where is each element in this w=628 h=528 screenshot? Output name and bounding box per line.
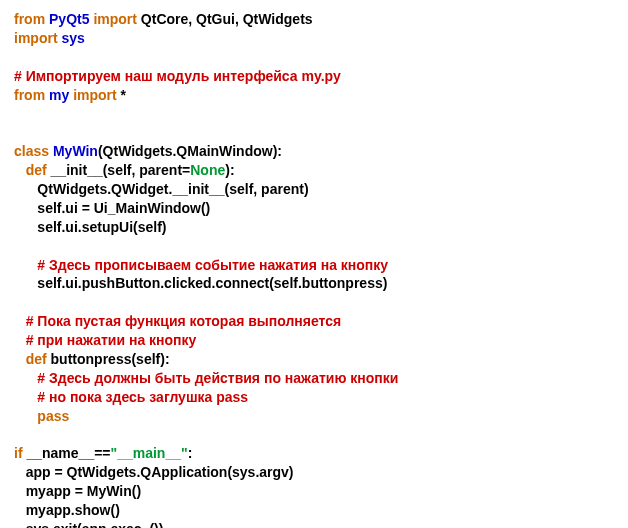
code-line: import sys xyxy=(14,30,85,46)
code-line: # при нажатии на кнопку xyxy=(14,332,196,348)
comment: # Здесь прописываем событие нажатия на к… xyxy=(37,257,388,273)
comment: # Здесь должны быть действия по нажатию … xyxy=(37,370,398,386)
module-sys: sys xyxy=(61,30,84,46)
code-line: self.ui.setupUi(self) xyxy=(14,219,166,235)
fn-params: (self): xyxy=(131,351,169,367)
code-line: from PyQt5 import QtCore, QtGui, QtWidge… xyxy=(14,11,313,27)
stmt: QtWidgets.QWidget.__init__(self, parent) xyxy=(37,181,308,197)
kw-import: import xyxy=(73,87,117,103)
stmt: self.ui = Ui_MainWindow() xyxy=(37,200,210,216)
class-name: MyWin xyxy=(53,143,98,159)
stmt: app = QtWidgets.QApplication(sys.argv) xyxy=(26,464,294,480)
string-main: "__main__" xyxy=(111,445,188,461)
code-line: pass xyxy=(14,408,69,424)
kw-from: from xyxy=(14,87,45,103)
kw-if: if xyxy=(14,445,23,461)
module-pyqt5: PyQt5 xyxy=(49,11,89,27)
code-block: from PyQt5 import QtCore, QtGui, QtWidge… xyxy=(14,10,614,528)
code-line: class MyWin(QtWidgets.QMainWindow): xyxy=(14,143,282,159)
comment: # но пока здесь заглушка pass xyxy=(37,389,248,405)
kw-def: def xyxy=(26,351,47,367)
kw-def: def xyxy=(26,162,47,178)
code-line: def __init__(self, parent=None): xyxy=(14,162,235,178)
comment: # при нажатии на кнопку xyxy=(26,332,197,348)
code-line: # но пока здесь заглушка pass xyxy=(14,389,248,405)
code-line: myapp.show() xyxy=(14,502,120,518)
kw-import: import xyxy=(14,30,58,46)
name-dunder: __name__== xyxy=(26,445,110,461)
module-my: my xyxy=(49,87,69,103)
const-none: None xyxy=(190,162,225,178)
code-line: # Здесь прописываем событие нажатия на к… xyxy=(14,257,388,273)
code-line: def buttonpress(self): xyxy=(14,351,170,367)
comment: # Импортируем наш модуль интерфейса my.p… xyxy=(14,68,341,84)
import-star: * xyxy=(121,87,126,103)
kw-class: class xyxy=(14,143,49,159)
colon: : xyxy=(188,445,193,461)
code-line: myapp = MyWin() xyxy=(14,483,141,499)
fn-buttonpress: buttonpress xyxy=(51,351,132,367)
kw-pass: pass xyxy=(37,408,69,424)
stmt: myapp.show() xyxy=(26,502,120,518)
code-line: self.ui = Ui_MainWindow() xyxy=(14,200,210,216)
code-line: if __name__=="__main__": xyxy=(14,445,192,461)
code-line: # Импортируем наш модуль интерфейса my.p… xyxy=(14,68,341,84)
fn-init: __init__ xyxy=(51,162,103,178)
code-line: sys.exit(app.exec_()) xyxy=(14,521,163,528)
code-line: app = QtWidgets.QApplication(sys.argv) xyxy=(14,464,294,480)
code-line: # Пока пустая функция которая выполняетс… xyxy=(14,313,341,329)
kw-from: from xyxy=(14,11,45,27)
fn-close: ): xyxy=(225,162,234,178)
class-bases: (QtWidgets.QMainWindow): xyxy=(98,143,282,159)
code-line: # Здесь должны быть действия по нажатию … xyxy=(14,370,398,386)
code-line: self.ui.pushButton.clicked.connect(self.… xyxy=(14,275,387,291)
code-line: QtWidgets.QWidget.__init__(self, parent) xyxy=(14,181,309,197)
stmt: sys.exit(app.exec_()) xyxy=(26,521,164,528)
import-names: QtCore, QtGui, QtWidgets xyxy=(141,11,313,27)
code-line: from my import * xyxy=(14,87,126,103)
kw-import: import xyxy=(93,11,137,27)
stmt: self.ui.setupUi(self) xyxy=(37,219,166,235)
stmt: self.ui.pushButton.clicked.connect(self.… xyxy=(37,275,387,291)
comment: # Пока пустая функция которая выполняетс… xyxy=(26,313,342,329)
stmt: myapp = MyWin() xyxy=(26,483,141,499)
fn-params: (self, parent= xyxy=(103,162,191,178)
